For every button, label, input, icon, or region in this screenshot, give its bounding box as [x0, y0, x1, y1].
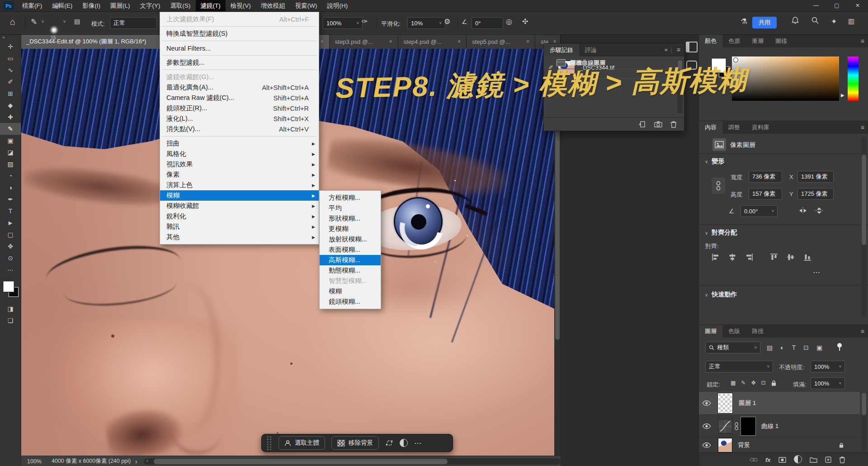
filter-shape-layers-icon[interactable]: ⊡	[803, 344, 809, 351]
blur-submenu-item[interactable]: 更模糊	[320, 224, 381, 234]
color-panel-tab[interactable]: 顏色	[699, 35, 722, 47]
layers-panel-tab[interactable]: 色版	[722, 325, 746, 338]
hand-tool-icon[interactable]: ✥	[0, 240, 21, 252]
filter-menu-item[interactable]: 濾鏡收藏館(G)... ▶	[160, 72, 319, 82]
y-field[interactable]: 1725 像素	[797, 188, 834, 200]
rotation-field[interactable]: 0.00°˅	[741, 205, 778, 217]
filter-menu-item[interactable]: 風格化 ▶	[160, 149, 319, 159]
expand-panel-icon[interactable]	[686, 42, 698, 52]
remove-background-button[interactable]: 移除背景	[331, 436, 379, 450]
lock-position-icon[interactable]: ✥	[751, 380, 755, 386]
layer-mask-thumbnail[interactable]	[741, 417, 756, 436]
filter-menu-item[interactable]: 像素 ▶	[160, 169, 319, 180]
symmetry-icon[interactable]: ✣	[522, 17, 528, 26]
move-tool-icon[interactable]: ✛	[0, 41, 21, 52]
blur-submenu-item[interactable]: 模糊	[320, 286, 381, 297]
layers-scrollbar[interactable]	[861, 392, 867, 452]
menu-bar-item[interactable]: 選取(S)	[165, 0, 196, 11]
pressure-opacity-icon[interactable]: ✑	[362, 17, 368, 26]
align-center-horizontal-icon[interactable]	[728, 253, 736, 261]
beta-flask-icon[interactable]: ⚗	[741, 17, 747, 26]
opacity-field[interactable]: 100%˅	[811, 361, 845, 372]
share-button[interactable]: 共用	[752, 17, 777, 28]
filter-image-layers-icon[interactable]: ▤	[767, 344, 773, 351]
align-center-vertical-icon[interactable]	[787, 253, 795, 261]
chevron-down-icon[interactable]: ˅	[42, 19, 44, 24]
history-panel-tab[interactable]: 評論	[579, 44, 603, 56]
more-align-options-icon[interactable]: ⋯	[813, 268, 821, 277]
align-right-icon[interactable]	[745, 253, 753, 261]
color-panel-tab[interactable]: 圖樣	[769, 35, 793, 47]
quick-selection-tool-icon[interactable]: ✐	[0, 76, 21, 88]
filter-menu-item[interactable]: 扭曲 ▶	[160, 138, 319, 149]
blend-mode-select[interactable]: 正常˅	[705, 361, 773, 372]
menu-bar-item[interactable]: 檢視(V)	[226, 0, 256, 11]
filter-smart-object-icon[interactable]: ▣	[816, 344, 822, 351]
blur-submenu-item[interactable]: 高斯模糊...	[320, 255, 381, 265]
delete-state-trash-icon[interactable]	[670, 121, 677, 128]
layers-panel-tab[interactable]: 路徑	[746, 325, 769, 338]
zoom-level-field[interactable]: 100%	[27, 458, 42, 465]
blur-submenu-item[interactable]: 形狀模糊...	[320, 213, 381, 224]
discover-sparkle-icon[interactable]: ✦	[831, 17, 837, 26]
foreground-color-swatch[interactable]	[3, 281, 14, 292]
menu-bar-item[interactable]: 文字(Y)	[135, 0, 165, 11]
screen-mode-icon[interactable]: ❏	[0, 315, 21, 326]
menu-bar-item[interactable]: 視窗(W)	[290, 0, 322, 11]
menu-bar-item[interactable]: 增效模組	[256, 0, 290, 11]
properties-panel-tab[interactable]: 資料庫	[746, 121, 775, 134]
smoothing-select[interactable]: 10%˅	[407, 17, 445, 29]
filter-menu-item[interactable]: Neural Filters... ▶	[160, 43, 319, 53]
filter-menu-item[interactable]: ▶	[160, 68, 319, 72]
search-icon[interactable]	[811, 16, 819, 24]
hue-slider-arrow-icon[interactable]: ▶	[841, 93, 844, 98]
new-snapshot-camera-icon[interactable]	[654, 121, 662, 127]
close-tab-icon[interactable]: ×	[389, 38, 392, 45]
layer-visibility-eye-icon[interactable]	[699, 442, 714, 448]
taskbar-more-icon[interactable]: ⋯	[414, 439, 422, 447]
hue-strip[interactable]	[848, 56, 859, 101]
color-panel-tab[interactable]: 漸層	[746, 35, 769, 47]
blur-submenu-item[interactable]: 方框模糊...	[320, 193, 381, 203]
taskbar-drag-handle[interactable]	[266, 436, 272, 450]
clone-stamp-tool-icon[interactable]: ▣	[0, 135, 21, 146]
eyedropper-tool-icon[interactable]: ◆	[0, 99, 21, 111]
blend-mode-select[interactable]: 正常	[110, 17, 157, 29]
blur-submenu-item[interactable]: 表面模糊...	[320, 245, 381, 255]
blur-submenu-item[interactable]: 平均	[320, 203, 381, 213]
document-tab[interactable]: step3.psd @... ×	[330, 34, 398, 49]
filter-menu-item[interactable]: 最適化廣角(A)... Alt+Shift+Ctrl+A ▶	[160, 82, 319, 93]
menu-bar-item[interactable]: 編輯(E)	[47, 0, 77, 11]
new-adjustment-layer-icon[interactable]	[794, 455, 802, 465]
pen-tool-icon[interactable]: ✒	[0, 193, 21, 205]
lock-transparent-pixels-icon[interactable]: ▦	[731, 380, 736, 386]
notifications-bell-icon[interactable]	[791, 16, 799, 24]
align-top-icon[interactable]	[770, 253, 778, 261]
menu-bar-item[interactable]: 影像(I)	[77, 0, 105, 11]
type-tool-icon[interactable]: T	[0, 205, 21, 217]
opacity-select[interactable]: 100%˅	[323, 17, 363, 29]
blur-submenu-item[interactable]: 放射狀模糊...	[320, 234, 381, 245]
flip-horizontal-icon[interactable]	[798, 207, 807, 214]
blur-submenu-item[interactable]: 智慧型模糊...	[320, 276, 381, 286]
brush-angle-field[interactable]: 0°	[472, 17, 503, 29]
fill-field[interactable]: 100%˅	[811, 377, 845, 389]
path-selection-tool-icon[interactable]: ►	[0, 217, 21, 229]
new-document-from-state-icon[interactable]	[638, 121, 646, 128]
filter-menu-item[interactable]: ▶	[160, 24, 319, 28]
align-left-icon[interactable]	[712, 253, 720, 261]
filter-menu-item[interactable]: 其他 ▶	[160, 232, 319, 242]
healing-brush-tool-icon[interactable]: ✚	[0, 111, 21, 123]
filter-menu-item[interactable]: 雜訊 ▶	[160, 221, 319, 232]
color-panel-tab[interactable]: 色票	[722, 35, 746, 47]
panel-menu-icon[interactable]: ≡	[861, 124, 864, 131]
document-tab[interactable]: step5.psd @... ×	[467, 34, 535, 49]
blur-submenu-item[interactable]: 鏡頭模糊...	[320, 297, 381, 307]
horizontal-scrollbar-thumb[interactable]	[154, 459, 448, 464]
link-layers-icon[interactable]	[750, 457, 758, 462]
curves-adjustment-thumbnail[interactable]	[718, 419, 732, 433]
filter-adjustment-layers-icon[interactable]: ◐	[780, 344, 784, 351]
layer-row[interactable]: 曲線 1	[699, 414, 860, 437]
align-section-header[interactable]: ∨對齊分配	[705, 229, 737, 237]
brush-size-value[interactable]: 15	[51, 35, 56, 40]
